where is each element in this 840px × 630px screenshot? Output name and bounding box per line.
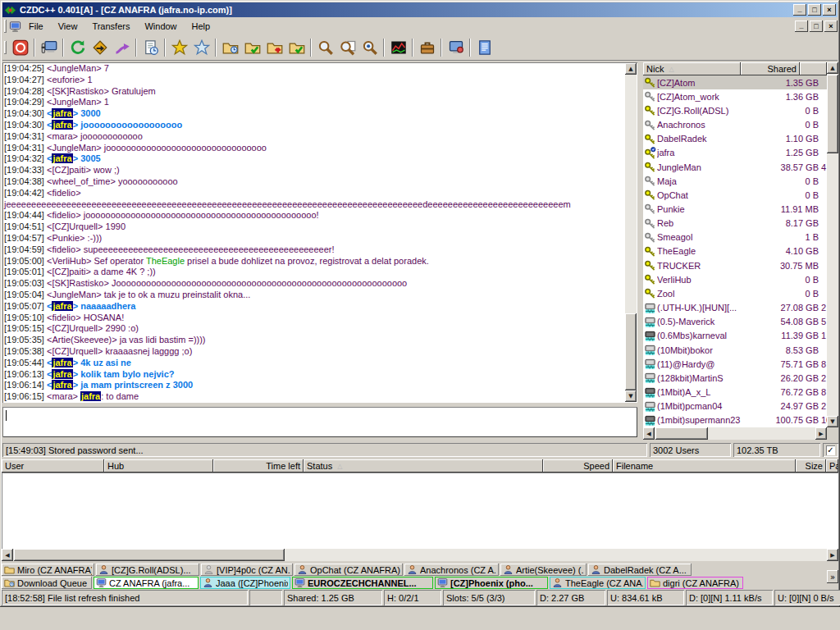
refresh-filelist-button[interactable] [139,37,162,58]
user-row[interactable]: [CZ]Atom1.35 GB [643,75,827,89]
tab[interactable]: Anachronos (CZ A... [404,564,499,576]
user-row[interactable]: Maja0 B [643,174,827,188]
shared-column-header[interactable]: Shared [741,62,800,75]
user-row[interactable]: jafra1.25 GB [643,146,827,160]
user-row[interactable]: Punkie11.91 MB [643,202,827,216]
favorite-hubs-button[interactable] [168,37,190,58]
tab[interactable]: Miro (CZ ANAFRA) [2,564,94,576]
tab[interactable]: TheEagle (CZ ANA... [550,577,646,589]
search-button[interactable] [314,37,336,58]
follow-redirect-button[interactable] [111,37,133,58]
tab[interactable]: Artie(Skeevee) (... [500,564,587,576]
user-row[interactable]: VerliHub0 B [643,272,827,286]
user-row[interactable]: TheEagle4.10 GB [643,244,827,258]
scroll-right-icon[interactable]: ▶ [815,427,827,440]
mdi-restore-button[interactable]: □ [810,21,823,32]
menu-help[interactable]: Help [185,19,218,34]
minimize-button[interactable]: _ [793,4,806,16]
show-users-checkbox[interactable]: ✓ [826,445,835,455]
transfers-column-path[interactable]: Path [826,459,838,472]
favorite-users-button[interactable] [190,37,212,58]
menu-grip[interactable] [4,20,7,33]
transfers-hscrollbar[interactable]: ◀ ▶ [2,549,838,561]
scroll-up-icon[interactable]: ▲ [827,62,838,74]
extra-column-header[interactable] [800,62,827,75]
transfers-column-hub[interactable]: Hub [104,459,213,472]
tab[interactable]: digri (CZ ANAFRA) [647,577,743,589]
toolbar-grip[interactable] [4,41,7,54]
user-row[interactable]: OpChat0 B [643,188,827,202]
user-row[interactable]: (1Mbit)pcman0424.97 GB2 [643,399,827,413]
user-row[interactable]: Smeagol1 B [643,231,827,244]
mdi-system-icon[interactable] [9,21,21,33]
menu-file[interactable]: File [21,19,51,34]
settings-button[interactable] [445,37,467,58]
user-row[interactable]: TRUCKER30.75 MB [643,258,827,272]
hub-chat-log[interactable]: [19:04:25] <JungleMan> 7[19:04:27] <eufo… [2,62,637,403]
user-row[interactable]: (1mbit)supermann23100.75 GB10 [643,413,827,427]
tab[interactable]: [CZ]Phoenix (pho... [435,577,548,589]
menu-window[interactable]: Window [137,19,184,34]
menu-transfers[interactable]: Transfers [84,19,137,34]
tab[interactable]: CZ ANAFRA (jafra... [94,577,199,589]
redirect-button[interactable] [89,37,111,58]
user-row[interactable]: (0.5)-Maverick54.08 GB5 [643,315,827,329]
tab[interactable]: Download Queue [2,577,92,589]
vscroll-thumb[interactable] [827,75,838,153]
scroll-down-icon[interactable]: ▼ [625,390,637,402]
tab[interactable]: EUROCZECHCHANNEL... [292,577,433,589]
waiting-users-button[interactable] [263,37,285,58]
transfers-list[interactable] [2,472,838,549]
transfers-column-size[interactable]: Size [796,459,826,472]
scroll-down-icon[interactable]: ▼ [827,416,838,427]
user-row[interactable]: Reb8.17 GB [643,217,827,231]
tab[interactable]: OpChat (CZ ANAFRA) [294,564,403,576]
transfers-column-filename[interactable]: Filename [613,459,796,472]
transfers-column-user[interactable]: User [2,459,104,472]
transfers-column-speed[interactable]: Speed [543,459,613,472]
scroll-left-icon[interactable]: ◀ [2,549,13,561]
tab[interactable]: [CZ]G.Roll(ADSL)... [96,564,199,576]
open-filelist-button[interactable] [416,37,438,58]
tab[interactable]: DabelRadek (CZ A... [588,564,692,576]
chat-scroll-thumb[interactable] [625,313,637,390]
chat-scrollbar[interactable]: ▲ ▼ [625,63,637,402]
power-button[interactable] [9,37,31,58]
user-row[interactable]: (11)@Hardy@75.71 GB8 [643,357,827,371]
user-row[interactable]: Zool0 B [643,286,827,300]
chat-input[interactable] [2,407,637,437]
network-statistics-button[interactable] [387,37,409,58]
hscroll-thumb[interactable] [14,549,285,561]
user-row[interactable]: DabelRadek1.10 GB [643,132,827,146]
transfers-column-time-left[interactable]: Time left [213,459,304,472]
user-list-hscrollbar[interactable]: ◀ ▶ [643,427,827,440]
scroll-up-icon[interactable]: ▲ [625,63,637,75]
adl-search-button[interactable] [336,37,358,58]
download-queue-button[interactable] [219,37,241,58]
user-row[interactable]: (1Mbit)A_x_L76.72 GB8 [643,385,827,399]
finished-uploads-button[interactable] [285,37,308,58]
nick-column-header[interactable]: Nick△ [643,62,741,75]
user-row[interactable]: (.UTH-UK.)[HUN][...27.08 GB2 [643,301,827,315]
refresh-button[interactable] [66,37,89,58]
close-button[interactable]: × [823,4,836,16]
title-bar[interactable]: CZDC++ 0.401[A] - [CZ ANAFRA (jafra.no-i… [2,2,838,17]
mdi-close-button[interactable]: × [824,21,838,32]
search-spy-button[interactable] [358,37,381,58]
user-row[interactable]: JungleMan38.57 GB4 [643,160,827,174]
hscroll-thumb[interactable] [655,427,708,440]
transfers-column-status[interactable]: Status△ [304,459,543,472]
mdi-minimize-button[interactable]: _ [795,21,808,32]
user-row[interactable]: Anachronos0 B [643,117,827,131]
tab-overflow-button[interactable]: » [827,570,838,583]
user-row[interactable]: (10Mbit)bokor8.53 GB [643,343,827,357]
tab[interactable]: Jaaa ([CZ]Phoenix) [200,577,290,589]
scroll-left-icon[interactable]: ◀ [643,427,655,440]
user-row[interactable]: (0.6Mbs)karneval11.39 GB1 [643,329,827,343]
scroll-right-icon[interactable]: ▶ [827,549,838,561]
finished-downloads-button[interactable] [241,37,263,58]
settings-pc-button[interactable] [38,37,60,58]
user-row[interactable]: [CZ]Atom_work1.36 GB [643,89,827,103]
user-list-vscrollbar[interactable]: ▲ ▼ [827,62,838,427]
user-row[interactable]: [CZ]G.Roll(ADSL)0 B [643,103,827,117]
